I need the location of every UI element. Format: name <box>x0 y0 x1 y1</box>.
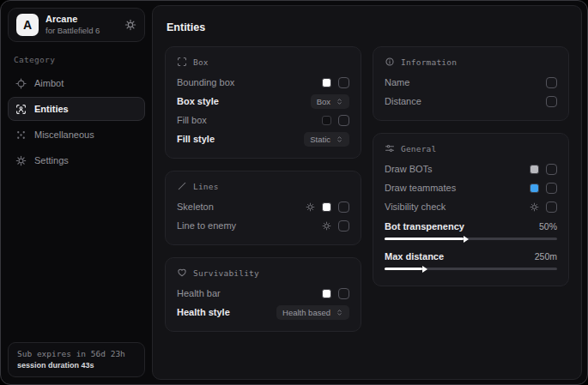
card-lines: Lines Skeleton <box>165 171 361 245</box>
setting-label: Draw teammates <box>385 183 530 193</box>
bot-transparency-slider[interactable] <box>385 238 557 240</box>
card-general: General Draw BOTs Draw teammates <box>373 133 569 286</box>
setting-label: Fill style <box>177 134 304 144</box>
checkbox[interactable] <box>546 202 557 213</box>
color-swatch[interactable] <box>322 289 331 298</box>
card-title: Information <box>401 57 457 67</box>
setting-label: Box style <box>177 96 311 106</box>
page-title: Entities <box>167 21 567 33</box>
card-lines-header: Lines <box>177 181 349 191</box>
slider-label: Bot transpenency <box>385 221 539 232</box>
app-subtitle: for Battlefield 6 <box>45 26 118 36</box>
gear-icon <box>15 155 27 166</box>
setting-row-fill-style: Fill style Static <box>177 129 349 148</box>
setting-row-skeleton: Skeleton <box>177 197 349 216</box>
crosshair-icon <box>15 78 27 89</box>
color-swatch[interactable] <box>530 165 539 174</box>
slider-value: 250m <box>535 251 557 262</box>
app-title-block: Arcane for Battlefield 6 <box>45 14 118 36</box>
sidebar-item-settings[interactable]: Settings <box>8 148 145 172</box>
setting-row-max-distance: Max distance 250m <box>385 246 557 276</box>
setting-row-line-to-enemy: Line to enemy <box>177 216 349 235</box>
left-column: Box Bounding box Box style Box <box>165 46 361 344</box>
session-duration-text: session duration 43s <box>17 361 136 370</box>
row-settings-gear-icon[interactable] <box>306 202 315 212</box>
setting-row-draw-bots: Draw BOTs <box>385 159 557 178</box>
card-title: Survivability <box>193 268 259 278</box>
row-settings-gear-icon[interactable] <box>530 202 539 212</box>
app-window: A Arcane for Battlefield 6 Category Aimb <box>0 0 588 385</box>
color-swatch[interactable] <box>322 202 331 212</box>
subscription-info-box: Sub expires in 56d 23h session duration … <box>8 342 145 377</box>
info-circle-icon <box>385 57 395 67</box>
category-label: Category <box>14 55 139 64</box>
slider-value: 50% <box>539 221 557 232</box>
color-swatch[interactable] <box>530 183 539 193</box>
entities-scan-icon <box>15 104 27 115</box>
setting-row-box-style: Box style Box <box>177 92 349 111</box>
setting-label: Distance <box>385 96 546 106</box>
slider-fill[interactable] <box>385 238 464 240</box>
slider-fill[interactable] <box>385 268 422 270</box>
setting-label: Fill box <box>177 115 322 125</box>
checkbox[interactable] <box>338 288 349 299</box>
setting-label: Bounding box <box>177 77 322 87</box>
setting-row-draw-teammates: Draw teammates <box>385 178 557 197</box>
sidebar-item-miscellaneous[interactable]: Miscellaneous <box>8 123 145 147</box>
diagonal-line-icon <box>177 181 187 191</box>
sidebar-item-label: Miscellaneous <box>34 129 94 140</box>
setting-label: Visibility check <box>385 202 530 212</box>
color-swatch[interactable] <box>322 78 331 87</box>
app-avatar: A <box>16 14 39 36</box>
checkbox[interactable] <box>338 115 349 126</box>
setting-label: Health bar <box>177 288 322 298</box>
checkbox[interactable] <box>338 77 349 88</box>
setting-row-name: Name <box>385 73 557 92</box>
fill-style-select[interactable]: Static <box>304 132 349 147</box>
color-swatch[interactable] <box>322 116 331 125</box>
setting-row-health-style: Health style Health based <box>177 303 349 322</box>
row-settings-gear-icon[interactable] <box>322 221 331 231</box>
gear-icon[interactable] <box>124 19 136 31</box>
card-box: Box Bounding box Box style Box <box>165 46 361 159</box>
setting-label: Draw BOTs <box>385 164 530 174</box>
setting-label: Health style <box>177 307 276 317</box>
setting-row-health-bar: Health bar <box>177 284 349 303</box>
checkbox[interactable] <box>338 220 349 232</box>
checkbox[interactable] <box>546 77 557 88</box>
setting-row-fill-box: Fill box <box>177 111 349 129</box>
checkbox[interactable] <box>546 164 557 175</box>
sliders-icon <box>385 143 395 153</box>
card-general-header: General <box>385 143 557 153</box>
chevrons-up-down-icon <box>336 309 343 316</box>
health-style-select[interactable]: Health based <box>276 305 349 320</box>
sidebar-item-entities[interactable]: Entities <box>8 97 145 121</box>
card-information: Information Name Distance <box>373 46 569 121</box>
select-value: Health based <box>282 308 330 317</box>
select-value: Static <box>310 135 330 144</box>
checkbox[interactable] <box>546 96 557 107</box>
box-style-select[interactable]: Box <box>311 94 349 109</box>
card-title: Box <box>193 57 209 67</box>
setting-row-distance: Distance <box>385 92 557 111</box>
right-column: Information Name Distance <box>373 46 569 344</box>
slider-label: Max distance <box>385 251 535 262</box>
box-corners-icon <box>177 57 187 67</box>
chevrons-up-down-icon <box>336 98 343 105</box>
checkbox[interactable] <box>546 183 557 194</box>
sidebar-item-label: Aimbot <box>34 78 64 88</box>
sidebar-item-label: Entities <box>34 104 69 114</box>
select-value: Box <box>317 97 330 106</box>
card-title: Lines <box>193 182 219 191</box>
setting-row-visibility-check: Visibility check <box>385 197 557 216</box>
app-name: Arcane <box>45 14 118 26</box>
card-title: General <box>401 144 436 153</box>
sidebar-item-aimbot[interactable]: Aimbot <box>8 71 145 95</box>
app-header-card: A Arcane for Battlefield 6 <box>8 8 145 42</box>
setting-label: Skeleton <box>177 202 306 212</box>
checkbox[interactable] <box>338 202 349 213</box>
card-survivability: Survivability Health bar Health style <box>165 257 361 332</box>
chevrons-up-down-icon <box>336 135 343 143</box>
max-distance-slider[interactable] <box>385 268 557 270</box>
sidebar-item-label: Settings <box>34 155 69 165</box>
